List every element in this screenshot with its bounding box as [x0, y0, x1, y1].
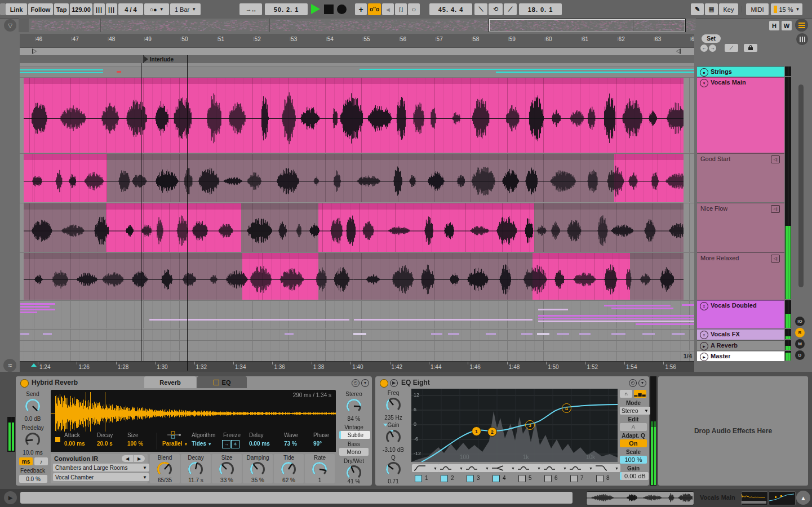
- re-enable-automation-button[interactable]: ◄: [382, 3, 394, 15]
- param-value[interactable]: 90°: [313, 441, 322, 447]
- overview-viewport[interactable]: [489, 19, 685, 32]
- knob-dial[interactable]: [156, 461, 173, 478]
- scale-field[interactable]: 100 %: [620, 456, 647, 464]
- edit-ab-button[interactable]: A: [620, 423, 647, 431]
- midi-map-button[interactable]: MIDI: [746, 3, 769, 15]
- band-enable-checkbox[interactable]: [492, 475, 500, 482]
- track-row-vocals-fx[interactable]: [20, 329, 694, 340]
- stop-button[interactable]: [324, 5, 334, 14]
- band-filter-type-menu[interactable]: ▼: [567, 464, 594, 472]
- track-header-a-reverb[interactable]: ▶A Reverb: [697, 340, 784, 350]
- band-enable-checkbox[interactable]: [596, 475, 604, 482]
- track-row-a-reverb[interactable]: [20, 340, 694, 350]
- play-button[interactable]: [311, 4, 320, 14]
- track-row-master[interactable]: 1/4: [20, 351, 694, 361]
- param-value[interactable]: 100 %: [127, 441, 143, 447]
- record-button[interactable]: [337, 5, 347, 14]
- show-hide-device-view-button[interactable]: ▲: [796, 491, 810, 505]
- lane-audition-icon[interactable]: ◁|: [771, 155, 780, 163]
- cpu-meter[interactable]: 15 % ▼: [771, 3, 802, 15]
- band-enable-checkbox[interactable]: [570, 475, 578, 482]
- track-unfold-icon[interactable]: ■: [700, 68, 708, 77]
- param-value[interactable]: 0.00 ms: [64, 441, 85, 447]
- param-value[interactable]: 20.0 s: [97, 441, 113, 447]
- device-title[interactable]: EQ Eight: [401, 379, 430, 386]
- algorithm-selector[interactable]: Tides ▼: [192, 441, 212, 447]
- gain-knob[interactable]: [385, 429, 402, 448]
- lane-audition-icon[interactable]: ◁|: [771, 255, 780, 263]
- drop-audio-effects-zone[interactable]: Drop Audio Effects Here: [658, 376, 808, 486]
- mixer-toggle-m[interactable]: M: [795, 339, 805, 349]
- punch-in-button[interactable]: ⟍: [474, 3, 487, 15]
- band-filter-type-menu[interactable]: ▼: [516, 464, 543, 472]
- audition-button[interactable]: ∩: [620, 390, 632, 398]
- draw-mode-button[interactable]: ✎: [691, 3, 704, 15]
- knob-blend[interactable]: Blend65/35: [150, 454, 180, 483]
- next-locator-button[interactable]: →: [709, 45, 716, 52]
- session-arrangement-toggle[interactable]: [795, 19, 808, 32]
- follow-button[interactable]: Follow: [28, 3, 53, 15]
- band-filter-type-menu[interactable]: ▼: [438, 464, 465, 472]
- lane-audition-icon[interactable]: ◁|: [771, 205, 780, 213]
- track-header-good-start[interactable]: Good Start◁|: [697, 153, 784, 202]
- track-header-more-relaxed[interactable]: More Relaxed◁|: [697, 252, 784, 300]
- ir-enable-toggle[interactable]: [55, 437, 60, 442]
- track-row-good-start[interactable]: [20, 153, 694, 202]
- q-knob[interactable]: [385, 461, 402, 480]
- device-thumbnail-hybrid-reverb[interactable]: [741, 491, 768, 505]
- lock-envelopes-button[interactable]: [744, 44, 757, 52]
- hot-swap-icon[interactable]: ◴: [352, 379, 360, 387]
- time-signature-field[interactable]: 4 / 4: [118, 3, 143, 15]
- knob-rate[interactable]: Rate1: [305, 454, 335, 483]
- save-preset-icon[interactable]: ▾: [638, 379, 646, 387]
- track-header-strings[interactable]: ■Strings: [697, 66, 784, 77]
- knob-damping[interactable]: Damping35 %: [243, 454, 273, 483]
- hot-swap-icon[interactable]: ◴: [629, 379, 637, 387]
- routing-selector[interactable]: Parallel ▼: [162, 441, 188, 447]
- track-row-nice-flow[interactable]: [20, 203, 694, 252]
- knob-dial[interactable]: [249, 461, 266, 478]
- track-unfold-icon[interactable]: ≡: [700, 302, 708, 310]
- spectrum-toggle[interactable]: ▂▅▃: [634, 390, 646, 398]
- band-filter-type-menu[interactable]: ▼: [542, 464, 569, 472]
- output-gain-field[interactable]: 0.00 dB: [620, 472, 649, 480]
- device-activator-led[interactable]: [20, 379, 29, 388]
- adapt-q-toggle[interactable]: On: [620, 439, 647, 447]
- ir-category-menu[interactable]: Chambers and Large Rooms▼: [53, 464, 149, 472]
- loop-start-field[interactable]: 45. 4. 4: [429, 3, 472, 15]
- knob-dial[interactable]: [311, 461, 328, 478]
- mixer-toggle-r[interactable]: R: [795, 328, 805, 337]
- band-enable-checkbox[interactable]: [415, 475, 422, 482]
- track-header-nice-flow[interactable]: Nice Flow◁|: [697, 203, 784, 252]
- band-filter-type-menu[interactable]: ▼: [464, 464, 491, 472]
- locator-interlude[interactable]: Interlude: [143, 55, 174, 63]
- param-value[interactable]: 0.00 ms: [249, 441, 270, 447]
- follow-playhead-button[interactable]: →‥: [239, 3, 262, 15]
- ms-toggle[interactable]: ms: [19, 457, 33, 465]
- mixer-toggle-io[interactable]: IO: [795, 317, 805, 326]
- knob-dial[interactable]: [187, 461, 204, 478]
- eq-band-handle-4[interactable]: 4: [562, 403, 571, 413]
- knob-tide[interactable]: Tide62 %: [274, 454, 304, 483]
- band-enable-checkbox[interactable]: [518, 475, 526, 482]
- device-title[interactable]: Hybrid Reverb: [32, 379, 78, 386]
- eq-curve-display[interactable]: 1260-6-121001k10k1234: [411, 389, 618, 462]
- track-unfold-icon[interactable]: ▶: [700, 342, 708, 350]
- band-enable-checkbox[interactable]: [441, 475, 448, 482]
- loop-brace[interactable]: [20, 47, 694, 56]
- tab-reverb[interactable]: Reverb: [144, 376, 196, 388]
- knob-decay[interactable]: Decay11.7 s: [181, 454, 211, 483]
- band-enable-checkbox[interactable]: [544, 475, 552, 482]
- track-row-more-relaxed[interactable]: [20, 252, 694, 300]
- feedback-field[interactable]: 0.0 %: [19, 475, 47, 483]
- playhead-line[interactable]: [187, 55, 188, 371]
- prev-locator-button[interactable]: ←: [700, 45, 708, 52]
- mixer-toggle-d[interactable]: D: [795, 350, 805, 360]
- clip-device-toggle-icon[interactable]: ≈: [3, 359, 16, 372]
- save-preset-icon[interactable]: ▾: [361, 379, 369, 387]
- bar-ruler[interactable]: ❘46❘47❘48❘49❘50❘51❘52❘53❘54❘55❘56❘57❘58❘…: [20, 34, 694, 47]
- vertical-scrollbar[interactable]: [798, 84, 804, 287]
- param-value[interactable]: 73 %: [284, 441, 297, 447]
- arrangement-overview[interactable]: [19, 19, 696, 32]
- track-header-master[interactable]: ▶Master: [697, 351, 784, 361]
